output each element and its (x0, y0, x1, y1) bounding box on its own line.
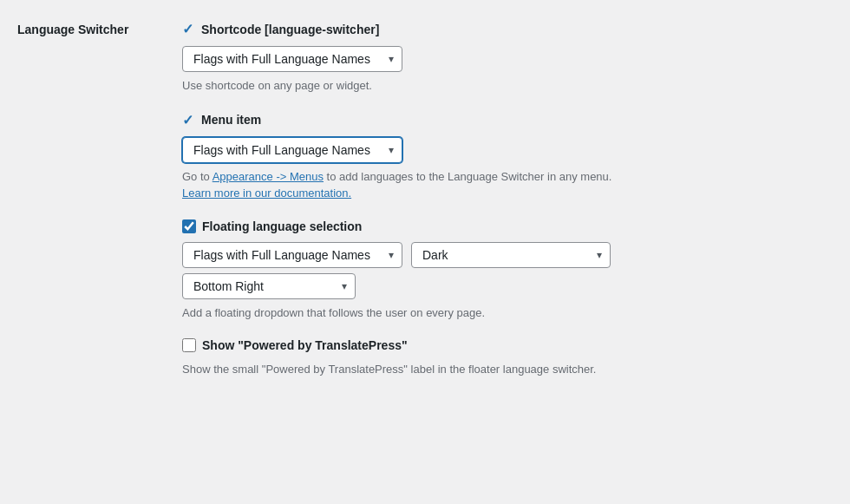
settings-row: Language Switcher ✓ Shortcode [language-… (17, 21, 833, 396)
documentation-link[interactable]: Learn more in our documentation. (182, 187, 351, 200)
floating-section: Floating language selection Flags with F… (182, 219, 833, 322)
shortcode-label-text: Shortcode [language-switcher] (201, 23, 379, 36)
shortcode-help-text: Use shortcode on any page or widget. (182, 77, 833, 95)
shortcode-checkbox-label: ✓ Shortcode [language-switcher] (182, 21, 833, 37)
menu-item-select[interactable]: Flags with Full Language Names Flags wit… (182, 137, 402, 163)
floating-theme-select[interactable]: Dark Light Custom (411, 242, 611, 268)
floating-style-select-wrapper: Flags with Full Language Names Flags wit… (182, 242, 402, 268)
floating-help-text: Add a floating dropdown that follows the… (182, 304, 833, 322)
floating-checkbox[interactable] (182, 219, 196, 233)
floating-style-select[interactable]: Flags with Full Language Names Flags wit… (182, 242, 402, 268)
powered-by-checkbox[interactable] (182, 338, 196, 352)
menu-item-checkbox-label: ✓ Menu item (182, 112, 833, 128)
floating-checkbox-label: Floating language selection (182, 219, 833, 233)
floating-position-select-wrapper: Bottom Right Bottom Left Top Right Top L… (182, 273, 356, 299)
appearance-menus-link[interactable]: Appearance -> Menus (212, 170, 324, 183)
floating-selects-row-2: Bottom Right Bottom Left Top Right Top L… (182, 273, 833, 299)
powered-by-label-text: Show "Powered by TranslatePress" (202, 338, 408, 352)
shortcode-section: ✓ Shortcode [language-switcher] Flags wi… (182, 21, 833, 95)
floating-label-text: Floating language selection (202, 219, 362, 233)
settings-content: ✓ Shortcode [language-switcher] Flags wi… (182, 21, 833, 396)
menu-item-select-wrapper: Flags with Full Language Names Flags wit… (182, 137, 402, 163)
menu-item-help-text: Go to Appearance -> Menus to add languag… (182, 168, 833, 202)
floating-position-select[interactable]: Bottom Right Bottom Left Top Right Top L… (182, 273, 356, 299)
settings-label: Language Switcher (17, 21, 156, 36)
floating-theme-select-wrapper: Dark Light Custom ▾ (411, 242, 611, 268)
powered-by-section: Show "Powered by TranslatePress" Show th… (182, 338, 833, 378)
floating-selects-row-1: Flags with Full Language Names Flags wit… (182, 242, 833, 268)
shortcode-select-wrapper: Flags with Full Language Names Flags wit… (182, 46, 402, 72)
shortcode-check-icon: ✓ (182, 21, 193, 37)
menu-item-label-text: Menu item (201, 113, 261, 127)
powered-by-help-text: Show the small "Powered by TranslatePres… (182, 361, 833, 378)
menu-item-check-icon: ✓ (182, 112, 193, 128)
menu-item-section: ✓ Menu item Flags with Full Language Nam… (182, 112, 833, 202)
powered-by-checkbox-label: Show "Powered by TranslatePress" (182, 338, 833, 352)
shortcode-select[interactable]: Flags with Full Language Names Flags wit… (182, 46, 402, 72)
